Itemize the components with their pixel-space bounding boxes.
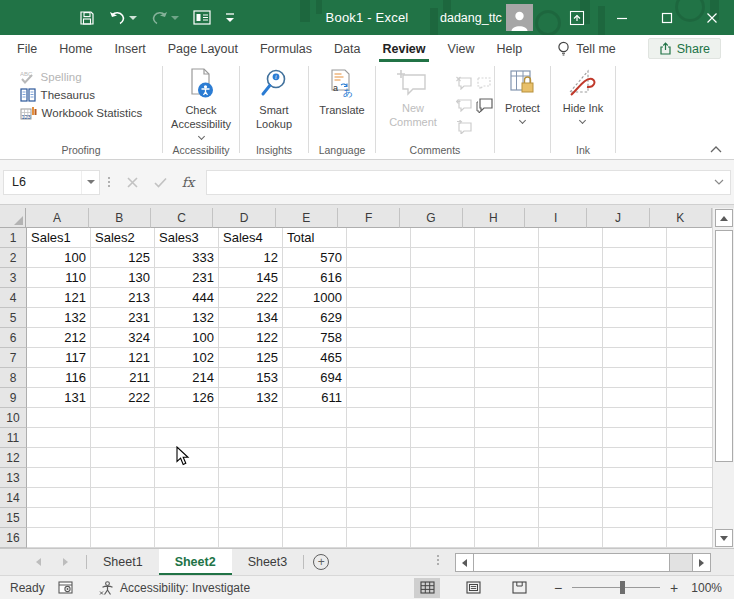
account-user-name[interactable]: dadang_ttc bbox=[440, 0, 502, 35]
cell-E4[interactable]: 1000 bbox=[283, 288, 347, 308]
cell-H8[interactable] bbox=[475, 368, 539, 388]
zoom-slider[interactable] bbox=[572, 587, 660, 588]
cell-F12[interactable] bbox=[347, 448, 411, 468]
cell-F11[interactable] bbox=[347, 428, 411, 448]
cell-B7[interactable]: 121 bbox=[91, 348, 155, 368]
cell-E3[interactable]: 616 bbox=[283, 268, 347, 288]
cell-K2[interactable] bbox=[667, 248, 712, 268]
scroll-down-button[interactable] bbox=[715, 529, 733, 547]
cell-E10[interactable] bbox=[283, 408, 347, 428]
cell-D11[interactable] bbox=[219, 428, 283, 448]
sheet-tab-sheet3[interactable]: Sheet3 bbox=[232, 549, 304, 575]
cell-C3[interactable]: 231 bbox=[155, 268, 219, 288]
new-comment-button[interactable]: New Comment bbox=[376, 66, 450, 130]
cell-A2[interactable]: 100 bbox=[27, 248, 91, 268]
cell-A15[interactable] bbox=[27, 508, 91, 528]
cell-H10[interactable] bbox=[475, 408, 539, 428]
scroll-left-button[interactable] bbox=[455, 553, 474, 572]
cell-J13[interactable] bbox=[603, 468, 667, 488]
cell-F13[interactable] bbox=[347, 468, 411, 488]
cell-E11[interactable] bbox=[283, 428, 347, 448]
formula-input[interactable] bbox=[206, 170, 731, 195]
cell-K5[interactable] bbox=[667, 308, 712, 328]
minimize-button[interactable] bbox=[599, 0, 644, 35]
cell-G1[interactable] bbox=[411, 228, 475, 248]
delete-comment-button[interactable] bbox=[456, 76, 472, 90]
ribbon-display-options-button[interactable] bbox=[554, 0, 599, 35]
cell-J12[interactable] bbox=[603, 448, 667, 468]
cell-H13[interactable] bbox=[475, 468, 539, 488]
cell-B5[interactable]: 231 bbox=[91, 308, 155, 328]
column-header-D[interactable]: D bbox=[213, 208, 275, 228]
cell-J5[interactable] bbox=[603, 308, 667, 328]
cell-J7[interactable] bbox=[603, 348, 667, 368]
cell-K16[interactable] bbox=[667, 528, 712, 548]
cell-H3[interactable] bbox=[475, 268, 539, 288]
row-header-9[interactable]: 9 bbox=[0, 388, 27, 408]
cell-J2[interactable] bbox=[603, 248, 667, 268]
row-header-5[interactable]: 5 bbox=[0, 308, 27, 328]
cell-A6[interactable]: 212 bbox=[27, 328, 91, 348]
cell-C11[interactable] bbox=[155, 428, 219, 448]
cell-G15[interactable] bbox=[411, 508, 475, 528]
cell-D3[interactable]: 145 bbox=[219, 268, 283, 288]
cell-I4[interactable] bbox=[539, 288, 603, 308]
translate-button[interactable]: aあ Translate bbox=[313, 66, 370, 118]
cell-I3[interactable] bbox=[539, 268, 603, 288]
redo-dropdown-icon[interactable] bbox=[171, 16, 179, 20]
cell-I6[interactable] bbox=[539, 328, 603, 348]
cell-J3[interactable] bbox=[603, 268, 667, 288]
cell-C5[interactable]: 132 bbox=[155, 308, 219, 328]
cell-D8[interactable]: 153 bbox=[219, 368, 283, 388]
cell-D6[interactable]: 122 bbox=[219, 328, 283, 348]
cell-I15[interactable] bbox=[539, 508, 603, 528]
cell-H6[interactable] bbox=[475, 328, 539, 348]
row-header-13[interactable]: 13 bbox=[0, 468, 27, 488]
select-all-corner[interactable] bbox=[0, 208, 26, 228]
cell-F5[interactable] bbox=[347, 308, 411, 328]
maximize-button[interactable] bbox=[644, 0, 689, 35]
name-box[interactable]: L6 bbox=[3, 170, 100, 195]
tab-home[interactable]: Home bbox=[48, 35, 103, 62]
cell-E2[interactable]: 570 bbox=[283, 248, 347, 268]
cell-D12[interactable] bbox=[219, 448, 283, 468]
cell-F10[interactable] bbox=[347, 408, 411, 428]
cell-G8[interactable] bbox=[411, 368, 475, 388]
cell-G7[interactable] bbox=[411, 348, 475, 368]
cell-G5[interactable] bbox=[411, 308, 475, 328]
tab-help[interactable]: Help bbox=[485, 35, 533, 62]
show-hide-comment-button[interactable] bbox=[456, 120, 472, 134]
cell-H9[interactable] bbox=[475, 388, 539, 408]
cell-D5[interactable]: 134 bbox=[219, 308, 283, 328]
customize-qat-button[interactable] bbox=[218, 0, 242, 35]
workbook-statistics-button[interactable]: 123 Workbook Statistics bbox=[20, 106, 143, 120]
zoom-in-button[interactable]: + bbox=[668, 580, 680, 596]
sheet-tab-sheet2[interactable]: Sheet2 bbox=[159, 549, 232, 575]
cell-A11[interactable] bbox=[27, 428, 91, 448]
cell-I11[interactable] bbox=[539, 428, 603, 448]
cell-E13[interactable] bbox=[283, 468, 347, 488]
cell-G16[interactable] bbox=[411, 528, 475, 548]
cell-A8[interactable]: 116 bbox=[27, 368, 91, 388]
avatar[interactable] bbox=[506, 4, 533, 31]
cell-C15[interactable] bbox=[155, 508, 219, 528]
cell-K15[interactable] bbox=[667, 508, 712, 528]
cell-B8[interactable]: 211 bbox=[91, 368, 155, 388]
cell-G9[interactable] bbox=[411, 388, 475, 408]
tab-insert[interactable]: Insert bbox=[104, 35, 157, 62]
cell-B1[interactable]: Sales2 bbox=[91, 228, 155, 248]
cell-I8[interactable] bbox=[539, 368, 603, 388]
cell-E5[interactable]: 629 bbox=[283, 308, 347, 328]
cell-F15[interactable] bbox=[347, 508, 411, 528]
cell-B13[interactable] bbox=[91, 468, 155, 488]
cell-B16[interactable] bbox=[91, 528, 155, 548]
cell-E8[interactable]: 694 bbox=[283, 368, 347, 388]
cell-E7[interactable]: 465 bbox=[283, 348, 347, 368]
row-header-10[interactable]: 10 bbox=[0, 408, 27, 428]
cell-E15[interactable] bbox=[283, 508, 347, 528]
row-header-16[interactable]: 16 bbox=[0, 528, 27, 548]
cell-K3[interactable] bbox=[667, 268, 712, 288]
cancel-button[interactable] bbox=[118, 170, 146, 195]
cell-E12[interactable] bbox=[283, 448, 347, 468]
macro-record-button[interactable] bbox=[58, 581, 73, 594]
